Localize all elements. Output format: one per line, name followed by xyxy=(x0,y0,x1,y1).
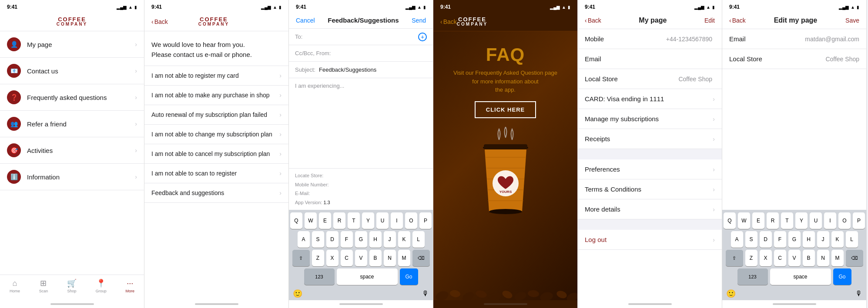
contact-item-scan[interactable]: I am not able to scan to register › xyxy=(144,164,288,183)
key6-l[interactable]: L xyxy=(846,231,858,248)
edit-page-back-button[interactable]: ‹ Back xyxy=(729,17,746,24)
mypage-subscriptions[interactable]: Manage my subscriptions › xyxy=(578,109,722,129)
key-z[interactable]: Z xyxy=(312,250,324,266)
subject-field-value[interactable]: Feedback/Suggestions xyxy=(319,66,427,73)
faq-click-here-button[interactable]: CLICK HERE xyxy=(475,101,536,118)
key6-v[interactable]: V xyxy=(788,250,801,266)
emoji-button-6[interactable]: 🙂 xyxy=(726,289,736,298)
key6-z[interactable]: Z xyxy=(745,250,757,266)
key6-backspace[interactable]: ⌫ xyxy=(846,250,863,266)
key-o[interactable]: O xyxy=(405,212,417,229)
key-q[interactable]: Q xyxy=(290,212,302,229)
mypage-preferences[interactable]: Preferences › xyxy=(578,159,722,179)
key6-m[interactable]: M xyxy=(831,250,844,266)
key6-h[interactable]: H xyxy=(803,231,815,248)
key6-n[interactable]: N xyxy=(817,250,829,266)
key-c[interactable]: C xyxy=(341,250,353,266)
key-e[interactable]: E xyxy=(319,212,331,229)
key-go[interactable]: Go xyxy=(400,268,418,285)
key6-f[interactable]: F xyxy=(774,231,786,248)
key6-c[interactable]: C xyxy=(774,250,786,266)
menu-item-my-page[interactable]: 👤 My page › xyxy=(0,31,144,58)
key-i[interactable]: I xyxy=(391,212,403,229)
nav-more[interactable]: ··· More xyxy=(126,279,135,293)
nav-home[interactable]: ⌂ Home xyxy=(10,279,20,293)
key-123[interactable]: 123 xyxy=(304,268,335,285)
key6-b[interactable]: B xyxy=(803,250,815,266)
key-k[interactable]: K xyxy=(398,231,410,248)
key6-j[interactable]: J xyxy=(817,231,829,248)
key-backspace[interactable]: ⌫ xyxy=(412,250,430,266)
mypage-edit-button[interactable]: Edit xyxy=(704,17,715,24)
contact-item-change-plan[interactable]: I am not able to change my subscription … xyxy=(144,125,288,144)
mypage-receipts[interactable]: Receipts › xyxy=(578,129,722,149)
contact-back-button[interactable]: ‹ Back xyxy=(151,18,168,25)
key6-k[interactable]: K xyxy=(831,231,844,248)
key-j[interactable]: J xyxy=(384,231,396,248)
key6-o[interactable]: O xyxy=(838,212,851,229)
key-y[interactable]: Y xyxy=(362,212,374,229)
menu-item-refer[interactable]: 👥 Refer a friend › xyxy=(0,111,144,137)
key6-q[interactable]: Q xyxy=(724,212,736,229)
menu-item-information[interactable]: ℹ️ Information › xyxy=(0,164,144,190)
contact-item-purchase[interactable]: I am not able to make any purchase in sh… xyxy=(144,86,288,105)
add-recipient-button[interactable]: + xyxy=(418,33,427,41)
menu-item-contact-us[interactable]: 📧 Contact us › xyxy=(0,58,144,84)
key-f[interactable]: F xyxy=(341,231,353,248)
mypage-back-button[interactable]: ‹ Back xyxy=(585,17,601,24)
key-t[interactable]: T xyxy=(348,212,360,229)
key6-w[interactable]: W xyxy=(738,212,750,229)
key-n[interactable]: N xyxy=(384,250,396,266)
key6-d[interactable]: D xyxy=(760,231,772,248)
key-s[interactable]: S xyxy=(312,231,324,248)
key6-g[interactable]: G xyxy=(788,231,801,248)
key-l[interactable]: L xyxy=(412,231,425,248)
emoji-button-3[interactable]: 🙂 xyxy=(293,289,302,298)
nav-shop[interactable]: 🛒 Shop xyxy=(67,278,77,293)
key6-u[interactable]: U xyxy=(810,212,822,229)
key6-123[interactable]: 123 xyxy=(737,268,768,285)
key6-y[interactable]: Y xyxy=(795,212,808,229)
send-button[interactable]: Send xyxy=(412,17,426,24)
key6-a[interactable]: A xyxy=(731,231,743,248)
key-h[interactable]: H xyxy=(369,231,382,248)
key-shift[interactable]: ⇧ xyxy=(292,250,310,266)
nav-group[interactable]: 📍 Group xyxy=(96,278,107,293)
menu-item-activities[interactable]: 🎯 Activities › xyxy=(0,137,144,164)
key6-i[interactable]: I xyxy=(824,212,836,229)
menu-item-faq[interactable]: ❓ Frequently asked questions › xyxy=(0,84,144,111)
key6-shift[interactable]: ⇧ xyxy=(726,250,743,266)
mypage-more-details[interactable]: More details › xyxy=(578,199,722,219)
key6-p[interactable]: P xyxy=(853,212,865,229)
contact-item-cancel-plan[interactable]: I am not able to cancel my subscription … xyxy=(144,144,288,164)
faq-back-button[interactable]: ‹ Back xyxy=(440,18,457,25)
email-body-field[interactable]: I am experiencing... xyxy=(289,78,433,168)
key-a[interactable]: A xyxy=(298,231,310,248)
edit-local-store-value[interactable]: Coffee Shop xyxy=(825,56,859,63)
cancel-button[interactable]: Cancel xyxy=(296,17,315,24)
key6-space[interactable]: space xyxy=(770,268,831,285)
key6-r[interactable]: R xyxy=(767,212,779,229)
key-x[interactable]: X xyxy=(326,250,338,266)
key6-s[interactable]: S xyxy=(745,231,757,248)
key-b[interactable]: B xyxy=(369,250,382,266)
key-v[interactable]: V xyxy=(355,250,367,266)
contact-item-feedback[interactable]: Feedback and suggestions › xyxy=(144,183,288,203)
save-button[interactable]: Save xyxy=(845,17,859,24)
key-r[interactable]: R xyxy=(333,212,345,229)
key-u[interactable]: U xyxy=(376,212,389,229)
key6-go[interactable]: Go xyxy=(833,268,851,285)
contact-item-renewal[interactable]: Auto renewal of my subscription plan fai… xyxy=(144,105,288,125)
mypage-terms[interactable]: Terms & Conditions › xyxy=(578,179,722,199)
mic-button-6[interactable]: 🎙 xyxy=(855,290,862,298)
key-space[interactable]: space xyxy=(337,268,398,285)
contact-item-register-card[interactable]: I am not able to register my card › xyxy=(144,66,288,86)
key6-t[interactable]: T xyxy=(781,212,793,229)
key-m[interactable]: M xyxy=(398,250,410,266)
nav-scan[interactable]: ⊞ Scan xyxy=(39,278,48,293)
key-g[interactable]: G xyxy=(355,231,367,248)
key6-e[interactable]: E xyxy=(752,212,764,229)
key-w[interactable]: W xyxy=(305,212,317,229)
mic-button-3[interactable]: 🎙 xyxy=(422,290,429,298)
mypage-logout[interactable]: Log out › xyxy=(578,230,722,250)
